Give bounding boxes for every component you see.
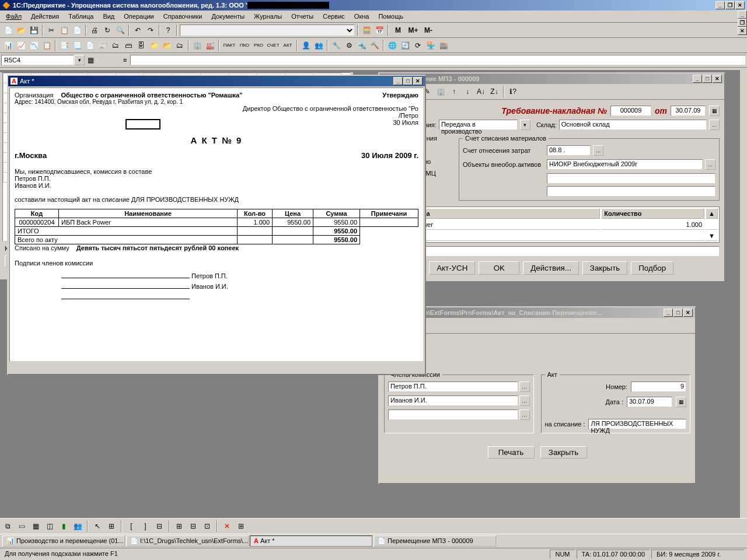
tb2-26[interactable]: 🔩 xyxy=(356,40,368,51)
tb2-11[interactable]: 🗄 xyxy=(135,40,147,51)
act-num[interactable]: 9 xyxy=(631,382,686,392)
cellref-dd[interactable]: ▾ xyxy=(74,55,85,65)
tb2-4[interactable]: 📋 xyxy=(41,40,53,51)
prn-close-btn[interactable]: ✕ xyxy=(683,309,693,317)
tb2-19[interactable]: РКО xyxy=(252,40,265,51)
ib-2[interactable]: ▭ xyxy=(16,520,27,532)
m3-sel[interactable]: … xyxy=(519,410,530,420)
trans-tb-5[interactable]: 🏢 xyxy=(435,86,446,97)
prn-titlebar[interactable]: гs\Techlek_usn\ExtForms\PrnForms\Акт_на_… xyxy=(379,307,695,318)
mminus-btn[interactable]: M- xyxy=(421,24,435,36)
ib-11[interactable]: ⊟ xyxy=(153,520,165,532)
task-3[interactable]: А Акт * xyxy=(250,536,372,547)
paste-icon[interactable]: 📄 xyxy=(71,24,83,36)
m2-sel[interactable]: … xyxy=(519,396,530,406)
trans-tb-sort1[interactable]: A↓ xyxy=(475,86,487,97)
tb2-8[interactable]: 📰 xyxy=(97,40,109,51)
trans-tb-up[interactable]: ↑ xyxy=(448,86,460,97)
m1-sel[interactable]: … xyxy=(519,382,530,392)
type-field[interactable]: Передача в производство xyxy=(439,120,518,130)
mdi-max[interactable]: ❐ xyxy=(738,19,747,27)
trans-btn-select[interactable]: Подбор xyxy=(631,261,673,275)
tb2-27[interactable]: 🔨 xyxy=(369,40,381,51)
menu-windows[interactable]: Окна xyxy=(351,12,373,21)
act-min-btn[interactable]: _ xyxy=(393,77,403,85)
menu-file[interactable]: Файл xyxy=(2,12,25,21)
tb2-31[interactable]: 🏪 xyxy=(425,40,437,51)
member-1[interactable]: Петров П.П. xyxy=(388,382,518,392)
trans-btn-actions[interactable]: Действия... xyxy=(523,261,579,275)
trans-titlebar[interactable]: 📄 Перемещение МПЗ - 000009 _ □ ✕ xyxy=(379,74,724,84)
goto-icon[interactable]: ▦ xyxy=(85,54,96,66)
tb2-9[interactable]: 🗂 xyxy=(110,40,121,51)
save-icon[interactable]: 💾 xyxy=(28,24,40,36)
task-4[interactable]: 📄 Перемещение МПЗ - 000009 xyxy=(374,536,496,547)
prn-close-button[interactable]: Закрыть xyxy=(540,446,587,459)
tb2-10[interactable]: 🗃 xyxy=(123,40,134,51)
ib-5[interactable]: ▮ xyxy=(58,520,69,532)
calendar-icon[interactable]: 📅 xyxy=(374,24,385,36)
tb2-2[interactable]: 📈 xyxy=(15,40,27,51)
tb2-6[interactable]: 📃 xyxy=(71,40,83,51)
menu-refs[interactable]: Справочники xyxy=(160,12,206,21)
tb2-5[interactable]: 📑 xyxy=(58,40,70,51)
copy-icon[interactable]: 📋 xyxy=(58,24,70,36)
mdi-min[interactable]: _ xyxy=(738,10,747,19)
prn-max-btn[interactable]: □ xyxy=(673,309,683,317)
trans-min-btn[interactable]: _ xyxy=(693,75,702,83)
obj-field[interactable]: НИОКР Внебюджетный 2009г xyxy=(547,159,703,170)
items-table[interactable]: оменклатураКоличество▲ БП Back Power1.00… xyxy=(384,206,720,243)
formula-input[interactable] xyxy=(130,55,746,65)
ib-4[interactable]: ◫ xyxy=(44,520,55,532)
member-2[interactable]: Иванов И.И. xyxy=(388,396,518,406)
task-2[interactable]: 📄 I:\1C_Drugs\Techlek_usn\ExtForms\... xyxy=(126,536,249,547)
minimize-btn[interactable]: _ xyxy=(715,1,725,9)
tb2-14[interactable]: 🗂 xyxy=(174,40,186,51)
print-button[interactable]: Печать xyxy=(488,446,535,459)
ib-8[interactable]: ⊞ xyxy=(106,520,117,532)
ib-15[interactable]: ✕ xyxy=(221,520,233,532)
tb2-21[interactable]: АКТ xyxy=(281,40,294,51)
tb2-1[interactable]: 📊 xyxy=(2,40,14,51)
menu-operations[interactable]: Операции xyxy=(120,12,157,21)
trans-num[interactable]: 000009 xyxy=(610,106,651,116)
extra-field-1[interactable] xyxy=(547,173,715,184)
menu-journals[interactable]: Журналы xyxy=(250,12,285,21)
tb2-24[interactable]: 🔧 xyxy=(330,40,342,51)
tb2-23[interactable]: 👥 xyxy=(313,40,324,51)
ib-12[interactable]: ⊞ xyxy=(173,520,185,532)
trans-btn-close[interactable]: Закрыть xyxy=(582,261,627,275)
menu-reports[interactable]: Отчеты xyxy=(288,12,317,21)
tb2-15[interactable]: 🏢 xyxy=(191,40,203,51)
obj-sel-icon[interactable]: … xyxy=(705,159,715,170)
ib-1[interactable]: ⧉ xyxy=(2,520,13,532)
restore-btn[interactable]: ❐ xyxy=(725,1,735,9)
trans-close-btn[interactable]: ✕ xyxy=(713,75,722,83)
ib-6[interactable]: 👥 xyxy=(72,520,83,532)
menu-actions[interactable]: Действия xyxy=(27,12,62,21)
prn-min-btn[interactable]: _ xyxy=(664,309,673,317)
act-max-btn[interactable]: □ xyxy=(403,77,413,85)
tb2-12[interactable]: 📁 xyxy=(148,40,160,51)
date-picker-icon[interactable]: ▦ xyxy=(709,106,720,116)
ib-14[interactable]: ⊡ xyxy=(201,520,213,532)
tb2-17[interactable]: ПАКТ xyxy=(222,40,237,51)
reason-field[interactable]: ЛЯ ПРОИЗВОДСТВЕННЫХ НУЖД xyxy=(588,419,686,429)
type-dd-icon[interactable]: ▾ xyxy=(520,120,530,130)
new-icon[interactable]: 📄 xyxy=(2,24,14,36)
sklad-sel-icon[interactable]: … xyxy=(709,120,720,130)
tb2-29[interactable]: 🔄 xyxy=(399,40,411,51)
act-document[interactable]: Организация Общество с ограниченной отве… xyxy=(9,88,424,362)
tb2-30[interactable]: ⟳ xyxy=(412,40,424,51)
trans-btn-ok[interactable]: OK xyxy=(479,261,519,275)
ib-16[interactable]: ⊞ xyxy=(235,520,247,532)
print-icon[interactable]: 🖨 xyxy=(89,24,100,36)
cell-ref-input[interactable] xyxy=(1,55,74,65)
comment-field[interactable] xyxy=(395,246,720,257)
act-date-picker-icon[interactable]: ▦ xyxy=(676,397,686,407)
undo-icon[interactable]: ↶ xyxy=(132,24,144,36)
tb2-32[interactable]: 🏬 xyxy=(438,40,449,51)
mplus-btn[interactable]: M+ xyxy=(406,24,420,36)
trans-max-btn[interactable]: □ xyxy=(703,75,712,83)
trans-tb-help[interactable]: ℹ? xyxy=(507,86,519,97)
